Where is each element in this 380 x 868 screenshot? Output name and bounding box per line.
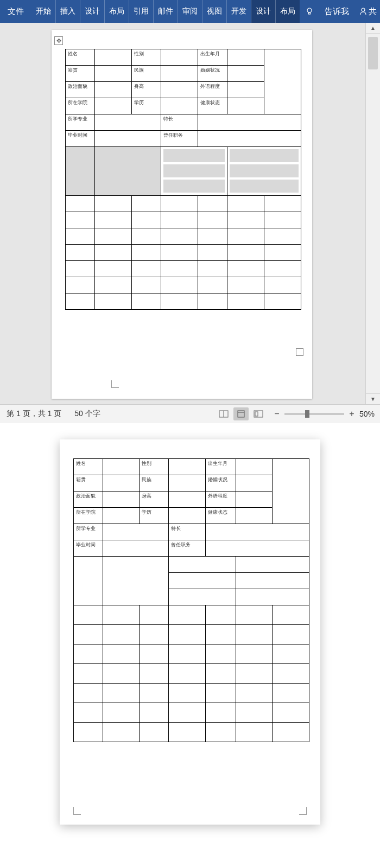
cell[interactable] xyxy=(227,66,264,82)
cell[interactable] xyxy=(94,228,131,245)
cell[interactable] xyxy=(198,261,227,277)
cell[interactable] xyxy=(131,245,161,261)
tab-dev[interactable]: 开发 xyxy=(227,0,251,23)
page-indicator[interactable]: 第 1 页，共 1 页 xyxy=(0,409,68,419)
cell[interactable] xyxy=(227,245,264,261)
cell[interactable] xyxy=(66,261,95,277)
cell[interactable] xyxy=(227,98,264,114)
cell[interactable] xyxy=(66,293,95,310)
cell[interactable] xyxy=(161,196,198,212)
tab-mail[interactable]: 邮件 xyxy=(154,0,178,23)
cell[interactable] xyxy=(198,228,227,245)
cell[interactable] xyxy=(227,82,264,98)
document-viewport[interactable]: ✥ 姓名 性别 出生年月 籍贯 民族 婚姻状况 xyxy=(0,23,365,404)
tab-review[interactable]: 审阅 xyxy=(178,0,202,23)
cell[interactable] xyxy=(198,293,227,310)
cell[interactable] xyxy=(66,277,95,293)
tab-file[interactable]: 文件 xyxy=(0,0,31,23)
cell[interactable] xyxy=(198,114,301,131)
cell[interactable] xyxy=(198,131,301,147)
document-page[interactable]: 姓名 性别 出生年月 籍贯 民族 婚姻状况 政治面貌 身高 外语程度 xyxy=(52,30,312,399)
zoom-in-button[interactable]: + xyxy=(347,409,356,419)
cell[interactable] xyxy=(161,245,198,261)
zoom-value[interactable]: 50% xyxy=(359,410,375,418)
cell[interactable] xyxy=(198,212,227,228)
cell[interactable] xyxy=(227,261,264,277)
selected-cell[interactable] xyxy=(94,147,161,196)
cell[interactable] xyxy=(131,212,161,228)
table-move-handle-icon[interactable]: ✥ xyxy=(54,36,63,45)
cell[interactable] xyxy=(198,245,227,261)
cell[interactable] xyxy=(161,66,198,82)
cell[interactable] xyxy=(264,293,301,310)
cell[interactable] xyxy=(94,131,161,147)
cell[interactable] xyxy=(227,293,264,310)
word-count[interactable]: 50 个字 xyxy=(68,409,106,419)
cell[interactable] xyxy=(198,196,227,212)
cell[interactable] xyxy=(131,293,161,310)
cell[interactable] xyxy=(264,212,301,228)
cell[interactable] xyxy=(264,277,301,293)
zoom-out-button[interactable]: − xyxy=(273,409,281,419)
cell[interactable] xyxy=(94,49,131,66)
zoom-slider-knob[interactable] xyxy=(305,410,309,418)
cell[interactable] xyxy=(94,261,131,277)
cell[interactable] xyxy=(227,212,264,228)
cell[interactable] xyxy=(161,277,198,293)
cell[interactable] xyxy=(66,212,95,228)
tab-home[interactable]: 开始 xyxy=(31,0,56,23)
cell[interactable] xyxy=(94,212,131,228)
photo-cell[interactable] xyxy=(264,49,301,114)
scroll-up-icon[interactable]: ▲ xyxy=(366,23,380,34)
cell[interactable] xyxy=(94,98,131,114)
cell[interactable] xyxy=(94,245,131,261)
cell[interactable] xyxy=(198,277,227,293)
cell[interactable] xyxy=(227,228,264,245)
cell[interactable] xyxy=(161,212,198,228)
tab-table-design[interactable]: 设计 xyxy=(251,0,276,23)
cell[interactable] xyxy=(264,245,301,261)
cell[interactable] xyxy=(131,196,161,212)
cell[interactable] xyxy=(161,261,198,277)
tell-me-field[interactable]: 告诉我 xyxy=(319,0,356,23)
resume-table[interactable]: 姓名 性别 出生年月 籍贯 民族 婚姻状况 政治面貌 身高 外语程度 xyxy=(65,49,301,310)
table-resize-handle-icon[interactable] xyxy=(296,348,303,356)
cell[interactable] xyxy=(227,277,264,293)
tab-layout[interactable]: 布局 xyxy=(105,0,129,23)
cell[interactable] xyxy=(94,66,131,82)
cell[interactable] xyxy=(66,196,95,212)
cell[interactable] xyxy=(94,196,131,212)
cell[interactable] xyxy=(94,293,131,310)
tab-insert[interactable]: 插入 xyxy=(56,0,80,23)
cell[interactable] xyxy=(264,196,301,212)
cell[interactable] xyxy=(131,261,161,277)
cell[interactable] xyxy=(66,245,95,261)
cell[interactable] xyxy=(94,277,131,293)
cell-group[interactable] xyxy=(161,147,227,196)
cell[interactable] xyxy=(161,228,198,245)
tab-refs[interactable]: 引用 xyxy=(129,0,154,23)
cell[interactable] xyxy=(227,49,264,66)
scroll-down-icon[interactable]: ▼ xyxy=(366,393,380,404)
cell[interactable] xyxy=(227,196,264,212)
cell[interactable] xyxy=(131,277,161,293)
cell[interactable] xyxy=(161,98,198,114)
tab-table-layout[interactable]: 布局 xyxy=(276,0,300,23)
web-layout-icon[interactable] xyxy=(251,407,266,420)
cell[interactable] xyxy=(161,49,198,66)
scroll-thumb[interactable] xyxy=(368,37,378,69)
selected-cell[interactable] xyxy=(66,147,95,196)
cell[interactable] xyxy=(161,82,198,98)
vertical-scrollbar[interactable]: ▲ ▼ xyxy=(365,23,380,404)
cell[interactable] xyxy=(94,82,131,98)
share-button[interactable]: 共 xyxy=(356,0,380,23)
read-mode-icon[interactable] xyxy=(216,407,231,420)
cell[interactable] xyxy=(161,293,198,310)
cell[interactable] xyxy=(66,228,95,245)
cell[interactable] xyxy=(264,228,301,245)
print-layout-icon[interactable] xyxy=(233,407,249,420)
zoom-slider[interactable] xyxy=(284,413,344,415)
cell-group[interactable] xyxy=(227,147,301,196)
cell[interactable] xyxy=(264,261,301,277)
tab-view[interactable]: 视图 xyxy=(202,0,227,23)
